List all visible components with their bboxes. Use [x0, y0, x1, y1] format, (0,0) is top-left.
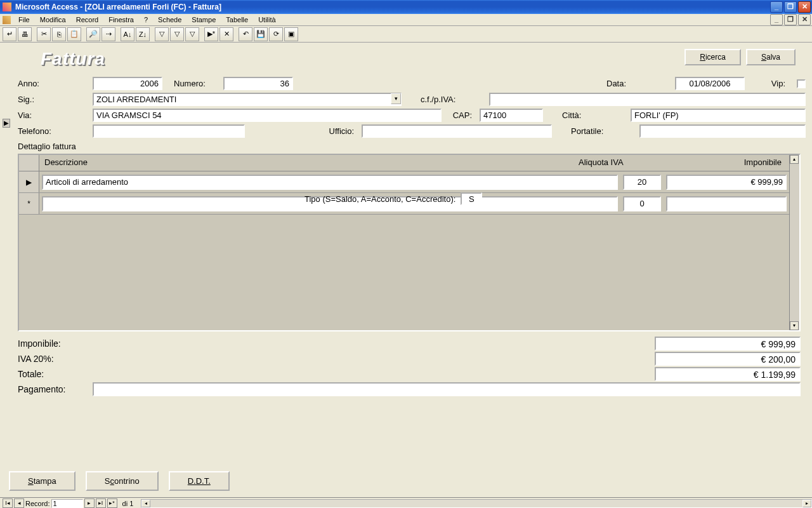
detail-subform: Descrizione Aliquota IVA Imponibile ▶ * … [18, 154, 801, 331]
tool-refresh-icon[interactable]: ⟳ [269, 27, 283, 41]
row-selector-new[interactable]: * [19, 193, 39, 214]
col-aliquota: Aliquota IVA [573, 155, 662, 171]
tool-new-record-icon[interactable]: ▶* [204, 27, 218, 41]
label-portatile: Portatile: [571, 126, 634, 136]
menubar: File Modifica Record Finestra ? Schede S… [0, 14, 812, 26]
telefono-input[interactable] [93, 124, 245, 138]
detail-scrollbar[interactable]: ▴ ▾ [789, 155, 799, 330]
label-vip: Vip: [763, 79, 788, 88]
tool-find-icon[interactable]: 🔎 [86, 27, 100, 41]
menu-record[interactable]: Record [71, 15, 103, 25]
tool-print-icon[interactable]: 🖶 [18, 27, 32, 41]
tool-paste-icon[interactable]: 📋 [67, 27, 81, 41]
scroll-up-icon[interactable]: ▴ [790, 155, 799, 164]
mdi-minimize[interactable]: _ [770, 14, 783, 25]
scontrino-button[interactable]: Scontrino [86, 471, 159, 491]
tipo-input[interactable] [461, 192, 482, 205]
data-input[interactable] [675, 77, 745, 90]
tool-save-icon[interactable]: 💾 [254, 27, 268, 41]
total-iva: € 200,00 [655, 352, 801, 366]
cap-input[interactable] [480, 109, 543, 122]
tool-sort-asc-icon[interactable]: A↓ [121, 27, 134, 41]
row-imponibile-input[interactable] [666, 175, 787, 190]
label-tipo: Tipo (S=Saldo, A=Acconto, C=Accredito): [304, 194, 455, 204]
sig-combo[interactable] [93, 93, 402, 106]
tool-copy-icon[interactable]: ⎘ [52, 27, 66, 41]
tool-filter-toggle-icon[interactable]: ▽ [185, 27, 199, 41]
label-pagamento: Pagamento: [18, 384, 88, 394]
form-area: ▶ Fattura Ricerca Salva Anno: Numero: Da… [0, 43, 812, 465]
col-descrizione: Descrizione [39, 155, 573, 171]
label-via: Via: [18, 110, 88, 120]
label-iva: IVA 20%: [18, 354, 88, 364]
nav-new-icon[interactable]: ▸* [107, 498, 117, 508]
menu-modifica[interactable]: Modifica [35, 15, 71, 25]
row-iva-input[interactable] [623, 175, 661, 190]
citta-input[interactable] [631, 109, 806, 122]
vip-checkbox[interactable] [797, 79, 806, 88]
row-descrizione-input[interactable] [42, 175, 618, 190]
bottom-buttons: Stampa Scontrino D.D.T. [9, 471, 803, 491]
pagamento-input[interactable] [93, 382, 801, 396]
detail-selector-header[interactable] [19, 155, 39, 171]
label-telefono: Telefono: [18, 126, 88, 136]
mdi-close[interactable]: ✕ [798, 14, 811, 25]
close-button[interactable]: ✕ [798, 1, 811, 13]
nav-last-icon[interactable]: ▸I [96, 498, 106, 508]
chevron-down-icon[interactable]: ▾ [391, 93, 401, 104]
row-imponibile-input[interactable] [666, 196, 787, 211]
label-citta: Città: [562, 110, 625, 120]
tool-filter-form-icon[interactable]: ▽ [170, 27, 184, 41]
record-selector[interactable]: ▶ [3, 119, 10, 128]
restore-button[interactable]: ❐ [784, 1, 797, 13]
tool-filter-selection-icon[interactable]: ▽ [155, 27, 169, 41]
record-navigator: I◂ ◂ Record: ▸ ▸I ▸* di 1 ▸ ◂ [0, 497, 812, 508]
nav-first-icon[interactable]: I◂ [3, 498, 13, 508]
tool-goto-icon[interactable]: ⇢ [102, 27, 115, 41]
menu-file[interactable]: File [13, 15, 35, 25]
ddt-button[interactable]: D.D.T. [169, 471, 230, 491]
mdi-restore[interactable]: ❐ [784, 14, 797, 25]
horizontal-scrollbar[interactable]: ▸ ◂ [141, 499, 812, 508]
anno-input[interactable] [93, 77, 162, 90]
tool-sort-desc-icon[interactable]: Z↓ [136, 27, 150, 41]
label-cap: CAP: [447, 110, 475, 120]
titlebar: Microsoft Access - [ZOLI arredamenti For… [0, 0, 812, 14]
nav-next-icon[interactable]: ▸ [84, 498, 95, 508]
tool-undo-icon[interactable]: ↶ [239, 27, 252, 41]
nav-label: Record: [25, 500, 50, 507]
ufficio-input[interactable] [362, 124, 552, 138]
portatile-input[interactable] [639, 124, 806, 138]
minimize-button[interactable]: _ [770, 1, 783, 13]
menu-schede[interactable]: Schede [153, 15, 187, 25]
menu-utilita[interactable]: Utilità [253, 15, 281, 25]
menu-stampe[interactable]: Stampe [187, 15, 221, 25]
label-totale: Totale: [18, 369, 88, 379]
cfpiva-input[interactable] [489, 93, 806, 106]
row-selector[interactable]: ▶ [19, 171, 39, 192]
row-iva-input[interactable] [623, 196, 661, 211]
label-numero: Numero: [174, 79, 218, 88]
salva-button[interactable]: Salva [746, 49, 796, 65]
menu-finestra[interactable]: Finestra [103, 15, 139, 25]
col-imponibile: Imponibile [662, 155, 789, 171]
tool-close-icon[interactable]: ↵ [3, 27, 16, 41]
tool-cut-icon[interactable]: ✂ [37, 27, 51, 41]
menu-tabelle[interactable]: Tabelle [221, 15, 253, 25]
via-input[interactable] [93, 109, 442, 122]
ricerca-button[interactable]: Ricerca [684, 49, 741, 65]
label-anno: Anno: [18, 79, 88, 88]
nav-prev-icon[interactable]: ◂ [14, 498, 24, 508]
nav-of: di 1 [122, 500, 134, 507]
label-data: Data: [606, 79, 670, 88]
label-dettaglio: Dettaglio fattura [18, 142, 806, 151]
menu-help[interactable]: ? [139, 15, 153, 25]
stampa-button[interactable]: Stampa [9, 471, 75, 491]
total-imponibile: € 999,99 [655, 337, 801, 351]
app-icon [3, 3, 11, 11]
nav-current-input[interactable] [51, 499, 83, 508]
tool-database-icon[interactable]: ▣ [284, 27, 298, 41]
tool-delete-record-icon[interactable]: ✕ [219, 27, 233, 41]
scroll-down-icon[interactable]: ▾ [790, 321, 799, 330]
numero-input[interactable] [223, 77, 293, 90]
